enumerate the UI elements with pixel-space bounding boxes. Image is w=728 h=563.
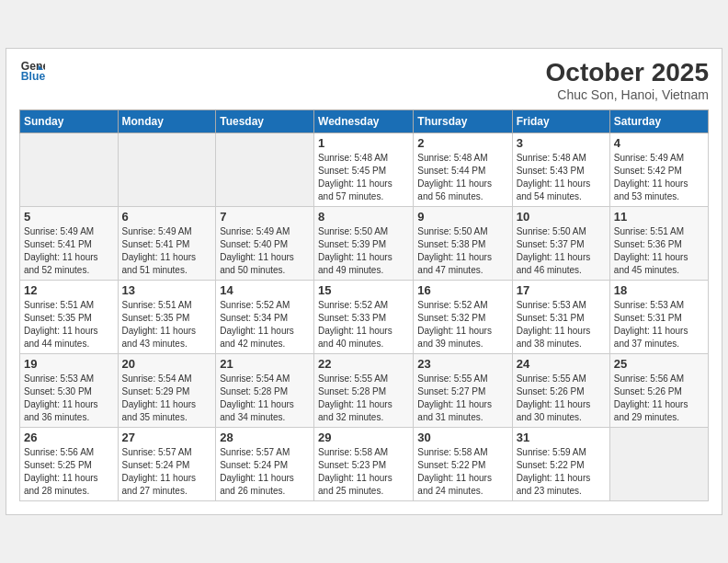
day-cell: 3Sunrise: 5:48 AM Sunset: 5:43 PM Daylig…: [512, 133, 609, 207]
day-number: 30: [417, 431, 507, 444]
day-info: Sunrise: 5:48 AM Sunset: 5:45 PM Dayligh…: [318, 152, 409, 203]
week-row-4: 19Sunrise: 5:53 AM Sunset: 5:30 PM Dayli…: [20, 354, 709, 428]
header-thursday: Thursday: [414, 110, 512, 133]
day-cell: 26Sunrise: 5:56 AM Sunset: 5:25 PM Dayli…: [20, 428, 119, 501]
day-info: Sunrise: 5:52 AM Sunset: 5:34 PM Dayligh…: [220, 299, 310, 350]
day-cell: 13Sunrise: 5:51 AM Sunset: 5:35 PM Dayli…: [118, 281, 216, 354]
day-info: Sunrise: 5:58 AM Sunset: 5:23 PM Dayligh…: [318, 446, 409, 498]
header-wednesday: Wednesday: [314, 110, 414, 133]
day-info: Sunrise: 5:54 AM Sunset: 5:29 PM Dayligh…: [122, 373, 212, 424]
day-cell: [609, 428, 708, 501]
header-tuesday: Tuesday: [216, 110, 314, 133]
day-cell: 4Sunrise: 5:49 AM Sunset: 5:42 PM Daylig…: [609, 133, 708, 207]
day-number: 27: [122, 431, 212, 444]
day-number: 22: [318, 357, 409, 371]
day-number: 21: [220, 357, 310, 371]
day-info: Sunrise: 5:58 AM Sunset: 5:22 PM Dayligh…: [417, 446, 507, 498]
day-info: Sunrise: 5:59 AM Sunset: 5:22 PM Dayligh…: [517, 446, 606, 498]
day-cell: 30Sunrise: 5:58 AM Sunset: 5:22 PM Dayli…: [414, 428, 512, 501]
day-info: Sunrise: 5:50 AM Sunset: 5:38 PM Dayligh…: [417, 225, 507, 277]
title-block: October 2025 Chuc Son, Hanoi, Vietnam: [546, 58, 709, 102]
day-cell: 2Sunrise: 5:48 AM Sunset: 5:44 PM Daylig…: [414, 133, 512, 207]
logo: General Blue: [19, 58, 45, 84]
day-number: 16: [417, 283, 507, 297]
day-number: 20: [122, 357, 212, 371]
header-sunday: Sunday: [20, 110, 119, 133]
day-cell: 7Sunrise: 5:49 AM Sunset: 5:40 PM Daylig…: [216, 207, 314, 281]
day-cell: 28Sunrise: 5:57 AM Sunset: 5:24 PM Dayli…: [216, 428, 314, 501]
day-number: 6: [122, 210, 212, 224]
day-cell: 22Sunrise: 5:55 AM Sunset: 5:28 PM Dayli…: [314, 354, 414, 428]
day-cell: 10Sunrise: 5:50 AM Sunset: 5:37 PM Dayli…: [512, 207, 609, 281]
calendar-container: General Blue October 2025 Chuc Son, Hano…: [6, 48, 722, 515]
weekday-header-row: Sunday Monday Tuesday Wednesday Thursday…: [20, 110, 709, 133]
day-cell: 8Sunrise: 5:50 AM Sunset: 5:39 PM Daylig…: [314, 207, 414, 281]
day-cell: 9Sunrise: 5:50 AM Sunset: 5:38 PM Daylig…: [414, 207, 512, 281]
day-info: Sunrise: 5:48 AM Sunset: 5:44 PM Dayligh…: [417, 152, 507, 203]
day-cell: 23Sunrise: 5:55 AM Sunset: 5:27 PM Dayli…: [414, 354, 512, 428]
day-cell: 5Sunrise: 5:49 AM Sunset: 5:41 PM Daylig…: [20, 207, 119, 281]
day-info: Sunrise: 5:51 AM Sunset: 5:35 PM Dayligh…: [122, 299, 212, 350]
day-info: Sunrise: 5:49 AM Sunset: 5:42 PM Dayligh…: [614, 152, 704, 203]
day-info: Sunrise: 5:51 AM Sunset: 5:36 PM Dayligh…: [614, 225, 704, 277]
day-cell: 6Sunrise: 5:49 AM Sunset: 5:41 PM Daylig…: [118, 207, 216, 281]
day-number: 26: [24, 431, 114, 444]
day-number: 15: [318, 283, 409, 297]
week-row-2: 5Sunrise: 5:49 AM Sunset: 5:41 PM Daylig…: [20, 207, 709, 281]
day-cell: [118, 133, 216, 207]
day-number: 4: [614, 136, 704, 150]
day-cell: 21Sunrise: 5:54 AM Sunset: 5:28 PM Dayli…: [216, 354, 314, 428]
day-number: 11: [614, 210, 704, 224]
day-number: 10: [517, 210, 606, 224]
header-friday: Friday: [512, 110, 609, 133]
day-info: Sunrise: 5:57 AM Sunset: 5:24 PM Dayligh…: [122, 446, 212, 498]
day-cell: 19Sunrise: 5:53 AM Sunset: 5:30 PM Dayli…: [20, 354, 119, 428]
day-info: Sunrise: 5:52 AM Sunset: 5:33 PM Dayligh…: [318, 299, 409, 350]
day-info: Sunrise: 5:48 AM Sunset: 5:43 PM Dayligh…: [517, 152, 606, 203]
day-cell: 1Sunrise: 5:48 AM Sunset: 5:45 PM Daylig…: [314, 133, 414, 207]
day-info: Sunrise: 5:50 AM Sunset: 5:37 PM Dayligh…: [517, 225, 606, 277]
day-info: Sunrise: 5:55 AM Sunset: 5:27 PM Dayligh…: [417, 373, 507, 424]
day-number: 19: [24, 357, 114, 371]
day-cell: [20, 133, 119, 207]
day-number: 1: [318, 136, 409, 150]
day-info: Sunrise: 5:50 AM Sunset: 5:39 PM Dayligh…: [318, 225, 409, 277]
day-number: 24: [517, 357, 606, 371]
day-cell: 24Sunrise: 5:55 AM Sunset: 5:26 PM Dayli…: [512, 354, 609, 428]
day-cell: 16Sunrise: 5:52 AM Sunset: 5:32 PM Dayli…: [414, 281, 512, 354]
day-number: 23: [417, 357, 507, 371]
day-number: 5: [24, 210, 114, 224]
day-cell: 27Sunrise: 5:57 AM Sunset: 5:24 PM Dayli…: [118, 428, 216, 501]
day-cell: 18Sunrise: 5:53 AM Sunset: 5:31 PM Dayli…: [609, 281, 708, 354]
day-cell: [216, 133, 314, 207]
week-row-1: 1Sunrise: 5:48 AM Sunset: 5:45 PM Daylig…: [20, 133, 709, 207]
day-cell: 14Sunrise: 5:52 AM Sunset: 5:34 PM Dayli…: [216, 281, 314, 354]
month-year-title: October 2025: [546, 58, 709, 87]
day-number: 31: [517, 431, 606, 444]
day-number: 13: [122, 283, 212, 297]
day-cell: 29Sunrise: 5:58 AM Sunset: 5:23 PM Dayli…: [314, 428, 414, 501]
day-cell: 15Sunrise: 5:52 AM Sunset: 5:33 PM Dayli…: [314, 281, 414, 354]
day-info: Sunrise: 5:53 AM Sunset: 5:31 PM Dayligh…: [614, 299, 704, 350]
day-info: Sunrise: 5:54 AM Sunset: 5:28 PM Dayligh…: [220, 373, 310, 424]
day-cell: 31Sunrise: 5:59 AM Sunset: 5:22 PM Dayli…: [512, 428, 609, 501]
day-info: Sunrise: 5:55 AM Sunset: 5:26 PM Dayligh…: [517, 373, 606, 424]
day-cell: 25Sunrise: 5:56 AM Sunset: 5:26 PM Dayli…: [609, 354, 708, 428]
day-number: 12: [24, 283, 114, 297]
header-monday: Monday: [118, 110, 216, 133]
header-saturday: Saturday: [609, 110, 708, 133]
logo-icon: General Blue: [19, 58, 45, 84]
day-number: 7: [220, 210, 310, 224]
day-info: Sunrise: 5:49 AM Sunset: 5:41 PM Dayligh…: [24, 225, 114, 277]
day-cell: 11Sunrise: 5:51 AM Sunset: 5:36 PM Dayli…: [609, 207, 708, 281]
day-cell: 17Sunrise: 5:53 AM Sunset: 5:31 PM Dayli…: [512, 281, 609, 354]
day-info: Sunrise: 5:51 AM Sunset: 5:35 PM Dayligh…: [24, 299, 114, 350]
day-cell: 20Sunrise: 5:54 AM Sunset: 5:29 PM Dayli…: [118, 354, 216, 428]
day-number: 9: [417, 210, 507, 224]
svg-text:Blue: Blue: [21, 70, 45, 83]
day-number: 28: [220, 431, 310, 444]
location-subtitle: Chuc Son, Hanoi, Vietnam: [546, 87, 709, 102]
header: General Blue October 2025 Chuc Son, Hano…: [19, 58, 709, 102]
day-info: Sunrise: 5:56 AM Sunset: 5:25 PM Dayligh…: [24, 446, 114, 498]
day-info: Sunrise: 5:56 AM Sunset: 5:26 PM Dayligh…: [614, 373, 704, 424]
